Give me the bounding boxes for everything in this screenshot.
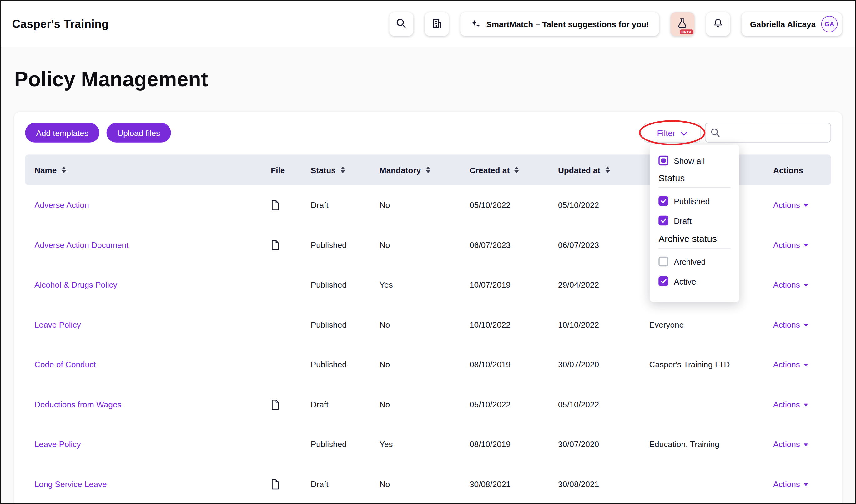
smartmatch-button[interactable]: SmartMatch – Talent suggestions for you! — [460, 12, 659, 36]
cell-status: Draft — [311, 400, 379, 409]
sort-icon — [605, 167, 610, 173]
bell-icon — [713, 18, 724, 31]
file-icon[interactable] — [271, 399, 280, 410]
row-actions-button[interactable]: Actions — [773, 240, 808, 250]
filter-dropdown-panel: Show all Status Published Dra — [650, 145, 739, 302]
cell-mandatory: No — [379, 360, 469, 369]
filter-option-archived[interactable]: Archived — [658, 255, 731, 268]
cell-created-at: 05/10/2022 — [469, 200, 558, 210]
filter-option-label: Draft — [674, 216, 692, 226]
row-actions-button[interactable]: Actions — [773, 479, 808, 489]
row-actions-button[interactable]: Actions — [773, 439, 808, 449]
cell-file — [271, 399, 310, 410]
column-label: File — [271, 165, 285, 175]
published-checkbox[interactable] — [658, 196, 668, 206]
filter-option-published[interactable]: Published — [658, 195, 731, 208]
organisation-button[interactable] — [425, 12, 449, 36]
row-actions-button[interactable]: Actions — [773, 280, 808, 289]
row-actions-button[interactable]: Actions — [773, 320, 808, 329]
policy-name-link[interactable]: Adverse Action — [34, 200, 89, 210]
cell-created-at: 10/07/2019 — [469, 280, 558, 289]
table-search-input[interactable] — [705, 123, 831, 143]
user-name: Gabriella Alicaya — [750, 19, 816, 29]
chevron-down-icon — [680, 128, 688, 138]
sort-icon — [61, 167, 66, 173]
labs-button[interactable]: BETA — [670, 12, 694, 36]
cell-mandatory: Yes — [379, 439, 469, 449]
table-search — [705, 123, 831, 143]
cell-updated-at: 10/10/2022 — [558, 320, 649, 329]
table-row: Leave Policy Published No 10/10/2022 10/… — [25, 305, 831, 344]
building-icon — [431, 18, 442, 30]
filter-button-label: Filter — [657, 128, 675, 138]
show-all-checkbox[interactable] — [658, 156, 668, 165]
cell-file — [271, 319, 310, 330]
file-icon[interactable] — [271, 479, 280, 490]
cell-status: Published — [311, 280, 379, 289]
top-bar-actions: SmartMatch – Talent suggestions for you!… — [389, 12, 842, 36]
cell-created-at: 06/07/2023 — [469, 240, 558, 250]
column-header-actions: Actions — [773, 165, 833, 175]
global-search-button[interactable] — [389, 12, 413, 36]
policy-name-link[interactable]: Leave Policy — [34, 439, 81, 449]
cell-file — [271, 199, 310, 211]
filter-option-show-all[interactable]: Show all — [658, 154, 731, 167]
filter-option-draft[interactable]: Draft — [658, 214, 731, 227]
cell-actions: Actions — [773, 200, 833, 210]
column-label: Updated at — [558, 165, 600, 175]
filter-option-active[interactable]: Active — [658, 274, 731, 288]
column-header-created-at[interactable]: Created at — [469, 165, 558, 175]
policy-name-link[interactable]: Adverse Action Document — [34, 240, 128, 250]
cell-status: Published — [311, 360, 379, 369]
row-actions-button[interactable]: Actions — [773, 200, 808, 210]
policy-name-link[interactable]: Leave Policy — [34, 320, 81, 329]
row-actions-label: Actions — [773, 400, 800, 409]
cell-name: Leave Policy — [25, 320, 271, 329]
filter-button[interactable]: Filter — [644, 123, 701, 143]
filter-option-label: Show all — [674, 156, 705, 165]
caret-down-icon — [804, 204, 808, 207]
column-header-updated-at[interactable]: Updated at — [558, 165, 649, 175]
row-actions-label: Actions — [773, 240, 800, 250]
archived-checkbox[interactable] — [658, 257, 668, 266]
policy-card: Add templates Upload files Filter — [14, 112, 842, 504]
notifications-button[interactable] — [706, 12, 730, 36]
filter-section-heading-status: Status — [658, 173, 731, 184]
policy-name-link[interactable]: Long Service Leave — [34, 479, 107, 489]
policy-name-link[interactable]: Deductions from Wages — [34, 400, 122, 409]
column-label: Actions — [773, 165, 803, 175]
sort-icon — [341, 167, 345, 173]
row-actions-button[interactable]: Actions — [773, 360, 808, 369]
filter-option-label: Archived — [674, 257, 706, 266]
column-header-file: File — [271, 165, 310, 175]
cell-updated-at: 30/07/2020 — [558, 360, 649, 369]
caret-down-icon — [804, 324, 808, 327]
cell-mandatory: No — [379, 240, 469, 250]
policy-name-link[interactable]: Alcohol & Drugs Policy — [34, 280, 117, 289]
row-actions-button[interactable]: Actions — [773, 400, 808, 409]
flask-icon — [677, 18, 688, 31]
table-row: Leave Policy Published Yes 08/10/2019 30… — [25, 424, 831, 464]
table-row: Long Service Leave Draft No 30/08/2021 3… — [25, 464, 831, 504]
column-label: Mandatory — [379, 165, 421, 175]
cell-actions: Actions — [773, 240, 833, 250]
page-title: Policy Management — [14, 67, 855, 92]
cell-mandatory: Yes — [379, 280, 469, 289]
add-templates-button[interactable]: Add templates — [25, 123, 99, 143]
column-header-mandatory[interactable]: Mandatory — [379, 165, 469, 175]
cell-updated-at: 30/07/2020 — [558, 439, 649, 449]
upload-files-button[interactable]: Upload files — [106, 123, 171, 143]
user-menu-button[interactable]: Gabriella Alicaya GA — [741, 12, 842, 36]
column-header-status[interactable]: Status — [311, 165, 379, 175]
cell-name: Adverse Action Document — [25, 240, 271, 250]
top-bar: Casper's Training — [1, 1, 855, 47]
draft-checkbox[interactable] — [658, 216, 668, 226]
policy-name-link[interactable]: Code of Conduct — [34, 360, 96, 369]
column-header-name[interactable]: Name — [25, 165, 271, 175]
file-icon[interactable] — [271, 199, 280, 211]
table-row: Deductions from Wages Draft No 05/10/202… — [25, 384, 831, 424]
column-label: Status — [311, 165, 336, 175]
active-checkbox[interactable] — [658, 276, 668, 286]
cell-updated-at: 06/07/2023 — [558, 240, 649, 250]
file-icon[interactable] — [271, 239, 280, 250]
